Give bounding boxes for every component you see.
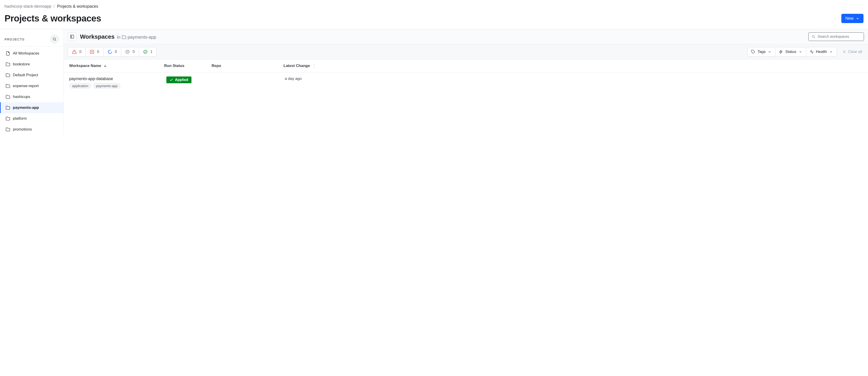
status-failed[interactable]: 0 xyxy=(86,47,103,56)
workspaces-header: Workspaces in payments-app xyxy=(64,29,868,44)
folder-icon xyxy=(6,84,10,88)
filter-row: 0 0 0 0 1 xyxy=(64,44,868,59)
status-segments: 0 0 0 0 1 xyxy=(68,47,157,57)
clear-all-button[interactable]: Clear all xyxy=(840,50,864,54)
pause-circle-icon xyxy=(125,50,130,54)
label: Clear all xyxy=(848,50,862,54)
check-icon xyxy=(169,78,173,82)
label: Status xyxy=(785,50,796,54)
sidebar-project-item[interactable]: platform xyxy=(0,113,64,124)
workspace-search[interactable] xyxy=(808,32,864,41)
sidebar-project-item[interactable]: bookstore xyxy=(0,59,64,70)
sidebar-project-item[interactable]: hashicups xyxy=(0,91,64,102)
workspace-search-input[interactable] xyxy=(817,35,861,39)
sidebar-all-workspaces[interactable]: All Workspaces xyxy=(0,48,64,59)
run-icon xyxy=(779,50,783,54)
label: Workspace Name xyxy=(69,64,101,68)
content-row: PROJECTS All Workspaces bookstoreDefault… xyxy=(0,29,868,135)
folder-icon xyxy=(6,127,10,132)
sidebar-item-label: expense-report xyxy=(13,84,39,88)
sidebar-item-label: hashicups xyxy=(13,94,30,99)
sort-icon xyxy=(312,64,316,68)
count: 0 xyxy=(115,50,117,54)
workspaces-title: Workspaces xyxy=(80,33,115,40)
svg-point-14 xyxy=(144,50,147,54)
page-header: Projects & workspaces New xyxy=(0,11,868,29)
sidebar-item-label: All Workspaces xyxy=(13,51,39,56)
sidebar-item-label: platform xyxy=(13,116,27,121)
spinner-icon xyxy=(107,50,112,54)
filter-status[interactable]: Status xyxy=(775,47,806,56)
folder-icon xyxy=(6,106,10,110)
sidebar: PROJECTS All Workspaces bookstoreDefault… xyxy=(0,29,64,135)
breadcrumb-page: Projects & workspaces xyxy=(57,4,98,9)
status-errored[interactable]: 0 xyxy=(68,47,86,56)
col-header-status[interactable]: Run Status xyxy=(164,64,212,68)
tag-icon xyxy=(751,50,755,54)
filter-tags[interactable]: Tags xyxy=(747,47,775,56)
filter-health[interactable]: Health xyxy=(806,47,837,56)
col-header-repo[interactable]: Repo xyxy=(212,64,279,68)
collapse-sidebar-button[interactable] xyxy=(68,32,76,41)
folder-icon xyxy=(6,62,10,66)
col-header-name[interactable]: Workspace Name xyxy=(69,64,164,68)
check-circle-icon xyxy=(143,50,148,54)
filter-buttons: Tags Status Health xyxy=(747,47,837,57)
chevron-down-icon xyxy=(856,17,860,20)
count: 0 xyxy=(132,50,134,54)
alert-triangle-icon xyxy=(72,50,76,54)
sidebar-project-item[interactable]: payments-app xyxy=(0,102,64,113)
svg-point-11 xyxy=(126,50,129,54)
project-name: payments-app xyxy=(128,35,156,40)
folder-icon xyxy=(6,73,10,77)
count: 0 xyxy=(97,50,99,54)
svg-point-4 xyxy=(812,35,814,37)
table-header: Workspace Name Run Status Repo Latest Ch… xyxy=(64,59,868,73)
in-label: in xyxy=(117,35,121,40)
col-header-change[interactable]: Latest Change xyxy=(279,64,863,68)
cell-name: payments-app-databaseapplicationpayments… xyxy=(69,77,164,89)
folder-icon xyxy=(6,116,10,121)
count: 1 xyxy=(150,50,152,54)
sidebar-item-label: bookstore xyxy=(13,62,30,66)
workspaces-title-wrap: Workspaces in payments-app xyxy=(80,33,156,40)
workspace-tag[interactable]: application xyxy=(69,83,91,89)
page-title: Projects & workspaces xyxy=(4,13,101,24)
projects-header: PROJECTS xyxy=(0,32,64,47)
workspace-tags: applicationpayments-app xyxy=(69,83,121,89)
sidebar-project-item[interactable]: promotions xyxy=(0,124,64,135)
sidebar-item-label: promotions xyxy=(13,127,32,132)
sidebar-item-label: Default Project xyxy=(13,73,38,77)
svg-line-1 xyxy=(55,40,56,40)
breadcrumb-separator: / xyxy=(54,4,55,9)
workspace-name[interactable]: payments-app-database xyxy=(69,77,121,81)
search-icon xyxy=(53,37,57,41)
status-badge: Applied xyxy=(166,77,191,83)
projects-heading: PROJECTS xyxy=(4,37,25,41)
table-row[interactable]: payments-app-databaseapplicationpayments… xyxy=(64,73,868,93)
x-square-icon xyxy=(90,50,94,54)
folder-icon xyxy=(122,35,126,39)
cell-status: Applied xyxy=(164,77,212,83)
new-button[interactable]: New xyxy=(841,14,864,23)
label: Tags xyxy=(757,50,766,54)
workspace-tag[interactable]: payments-app xyxy=(93,83,121,89)
status-running[interactable]: 0 xyxy=(103,47,121,56)
x-icon xyxy=(842,50,846,54)
search-icon xyxy=(812,35,815,39)
count: 0 xyxy=(79,50,81,54)
sidebar-project-item[interactable]: Default Project xyxy=(0,70,64,81)
sidebar-project-item[interactable]: expense-report xyxy=(0,81,64,91)
svg-point-0 xyxy=(53,38,56,40)
svg-line-5 xyxy=(814,37,815,38)
activity-icon xyxy=(810,50,814,54)
main-panel: Workspaces in payments-app 0 xyxy=(64,29,868,135)
label: Health xyxy=(816,50,827,54)
label: Latest Change xyxy=(283,64,310,68)
sidebar-item-label: payments-app xyxy=(13,106,39,110)
projects-search-button[interactable] xyxy=(50,35,59,44)
new-button-label: New xyxy=(845,16,854,21)
breadcrumb-org[interactable]: hashicorp-stack-demoapp xyxy=(4,4,51,9)
status-pending[interactable]: 0 xyxy=(121,47,139,56)
status-applied[interactable]: 1 xyxy=(139,47,156,56)
